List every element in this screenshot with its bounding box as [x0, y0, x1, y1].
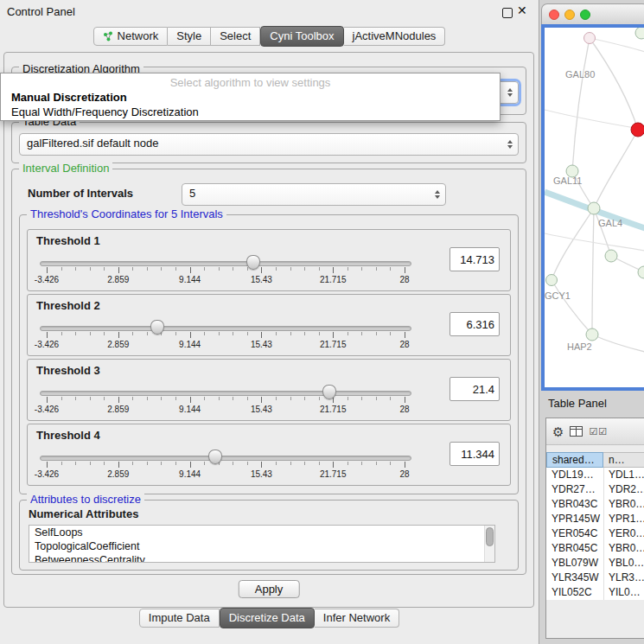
node-label: HAP2	[567, 341, 592, 352]
attributes-list: SelfLoops TopologicalCoefficient Between…	[29, 525, 495, 563]
scale-label: 28	[399, 275, 409, 284]
scrollbar[interactable]	[484, 526, 494, 562]
table-row[interactable]: YER054CYER0…	[546, 526, 644, 541]
major-tick	[333, 332, 334, 338]
threshold-value-input[interactable]	[450, 247, 500, 271]
close-traffic-light-icon[interactable]	[549, 10, 559, 20]
scale-label: 9.144	[179, 405, 201, 414]
column-header-name[interactable]: n…	[603, 452, 644, 468]
menu-item-equal-width-frequency[interactable]: Equal Width/Frequency Discretization	[1, 105, 500, 119]
scrollbar-thumb[interactable]	[486, 527, 494, 546]
close-icon[interactable]: ✕	[517, 3, 527, 17]
apply-button[interactable]: Apply	[239, 580, 300, 598]
network-edge[interactable]	[592, 335, 644, 352]
tab-impute-data[interactable]: Impute Data	[139, 609, 220, 628]
threshold-value-input[interactable]	[450, 377, 500, 401]
network-node[interactable]	[588, 202, 600, 214]
major-tick	[47, 267, 48, 273]
node-label: GAL80	[565, 69, 595, 80]
interval-definition-label: Interval Definition	[19, 162, 112, 175]
threshold-slider[interactable]: -3.4262.8599.14415.4321.71528	[40, 319, 411, 354]
table-row[interactable]: YDR27…YDR2…	[546, 482, 644, 497]
network-node-selected[interactable]	[631, 123, 644, 137]
network-edge[interactable]	[592, 208, 594, 335]
zoom-traffic-light-icon[interactable]	[580, 10, 590, 20]
number-of-intervals-combobox[interactable]: 5	[182, 183, 446, 206]
list-item[interactable]: BetweennessCentrality	[29, 553, 494, 563]
tab-select[interactable]: Select	[211, 27, 260, 46]
network-edge[interactable]	[590, 38, 638, 130]
tab-label: Style	[176, 28, 201, 45]
table-row[interactable]: YBR043CYBR0…	[546, 497, 644, 512]
threshold-value-input[interactable]	[450, 442, 500, 466]
float-window-icon[interactable]	[502, 8, 513, 18]
algorithm-dropdown-popup: Select algorithm to view settings Manual…	[0, 73, 501, 121]
minimize-traffic-light-icon[interactable]	[564, 10, 575, 20]
list-item[interactable]: SelfLoops	[29, 526, 494, 539]
thresholds-group: Threshold's Coordinates for 5 Intervals …	[19, 214, 519, 494]
scale-label: 21.715	[320, 469, 347, 479]
tab-label: Infer Network	[323, 609, 390, 627]
table-cell-shared-name: YPR145W	[546, 512, 603, 526]
network-node[interactable]	[584, 33, 596, 44]
network-node[interactable]	[586, 328, 598, 341]
tab-infer-network[interactable]: Infer Network	[315, 609, 399, 628]
threshold-slider[interactable]: -3.4262.8599.14415.4321.71528	[40, 384, 411, 418]
threshold-slider[interactable]: -3.4262.8599.14415.4321.71528	[40, 449, 411, 483]
stepper-icon[interactable]	[502, 135, 517, 154]
network-edge[interactable]	[545, 110, 644, 130]
table-cell-shared-name: YIL052C	[546, 585, 603, 600]
threshold-label: Threshold 3	[36, 364, 100, 377]
network-window-titlebar[interactable]	[541, 3, 644, 24]
tab-cyni-toolbox[interactable]: Cyni Toolbox	[260, 26, 343, 47]
scale-label: 28	[399, 340, 409, 349]
network-graph: GAL80 GAL11 GAL4 GCY1 HAP2	[545, 28, 644, 387]
stepper-icon[interactable]	[430, 185, 444, 204]
table-row[interactable]: YLR345WYLR3…	[546, 571, 644, 585]
threshold-label: Threshold 1	[36, 234, 100, 247]
columns-icon[interactable]	[570, 426, 583, 437]
table-row[interactable]: YPR145WYPR1…	[546, 512, 644, 526]
scale-label: 21.715	[320, 340, 347, 349]
stepper-icon[interactable]	[502, 83, 517, 102]
threshold-value-input[interactable]	[450, 312, 500, 336]
menu-item-manual-discretization[interactable]: Manual Discretization	[1, 90, 500, 105]
scale-label: 15.43	[251, 469, 272, 479]
scale-label: 9.144	[179, 340, 201, 349]
table-body: YDL19…YDL1…YDR27…YDR2…YBR043CYBR0…YPR145…	[546, 468, 644, 600]
table-row[interactable]: YBL079WYBL0…	[546, 556, 644, 571]
tab-network[interactable]: Network	[93, 27, 169, 46]
table-row[interactable]: YDL19…YDL1…	[546, 468, 644, 482]
slider-ticks	[47, 462, 405, 468]
slider-scale: -3.4262.8599.14415.4321.71528	[47, 469, 405, 480]
network-node[interactable]	[638, 266, 644, 278]
table-toolbar: ⚙ ☑☑	[546, 418, 644, 445]
network-canvas[interactable]: GAL80 GAL11 GAL4 GCY1 HAP2	[541, 24, 644, 391]
tab-style[interactable]: Style	[168, 27, 211, 46]
select-columns-icons[interactable]: ☑☑	[589, 427, 608, 437]
network-node[interactable]	[605, 250, 617, 262]
scale-label: 28	[399, 405, 409, 414]
major-tick	[333, 267, 334, 273]
top-tab-bar: Network Style Select Cyni Toolbox jActiv…	[0, 27, 539, 46]
network-edge[interactable]	[572, 38, 590, 171]
threshold-slider[interactable]: -3.4262.8599.14415.4321.71528	[40, 254, 411, 289]
tab-jactivemnodules[interactable]: jActiveMNodules	[344, 27, 446, 46]
network-edge[interactable]	[552, 280, 592, 335]
table-row[interactable]: YIL052CYIL0…	[546, 585, 644, 600]
scale-label: 21.715	[320, 405, 347, 414]
tab-discretize-data[interactable]: Discretize Data	[220, 608, 315, 628]
gear-icon[interactable]: ⚙	[552, 425, 564, 438]
major-tick	[190, 267, 191, 273]
network-node[interactable]	[546, 275, 558, 286]
network-edge[interactable]	[552, 208, 594, 280]
table-row[interactable]: YBR045CYBR0…	[546, 541, 644, 556]
network-edge[interactable]	[594, 130, 638, 208]
network-edge[interactable]	[545, 233, 644, 251]
table-data-combobox[interactable]: galFiltered.sif default node	[19, 133, 519, 156]
column-header-shared-name[interactable]: shared…	[546, 452, 603, 468]
list-item[interactable]: TopologicalCoefficient	[29, 539, 494, 553]
table-data-group: Table Data galFiltered.sif default node	[11, 122, 526, 163]
major-tick	[47, 332, 48, 338]
network-node[interactable]	[635, 28, 644, 39]
